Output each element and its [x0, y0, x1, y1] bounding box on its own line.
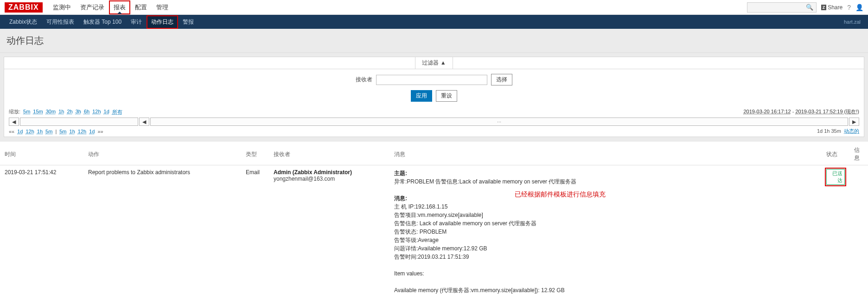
timeline-main[interactable]: ···	[150, 118, 848, 126]
topmenu-configuration[interactable]: 配置	[130, 0, 152, 14]
zoom-1h[interactable]: 1h	[58, 109, 64, 116]
apply-button[interactable]: 应用	[411, 90, 432, 102]
message-body: 主题: 异常:PROBLEM 告警信息:Lack of available me…	[394, 169, 817, 294]
zoom-2h[interactable]: 2h	[67, 109, 72, 116]
timeline-next[interactable]: ▶	[849, 118, 859, 126]
topmenu-inventory[interactable]: 资产记录	[76, 0, 109, 14]
timeline-overview[interactable]	[20, 118, 138, 126]
shift-dynamic[interactable]: 动态的	[844, 128, 859, 134]
table-row: 2019-03-21 17:51:42 Report problems to Z…	[0, 165, 868, 294]
subnav-audit[interactable]: 审计	[126, 15, 147, 29]
action-log-table: 时间 动作 类型 接收者 消息 状态 信息 2019-03-21 17:51:4…	[0, 144, 868, 294]
share-z-icon: Z	[821, 5, 827, 10]
topmenu-reports[interactable]: 报表	[109, 0, 130, 14]
subnav-triggers-top[interactable]: 触发器 Top 100	[79, 15, 126, 29]
recipient-input[interactable]	[376, 75, 487, 85]
page-title: 动作日志	[0, 29, 868, 53]
zoom-6h[interactable]: 6h	[84, 109, 89, 116]
th-type[interactable]: 类型	[241, 144, 269, 165]
th-time[interactable]: 时间	[0, 144, 83, 165]
topmenu-monitoring[interactable]: 监测中	[48, 0, 76, 14]
shift-right-dbl[interactable]: »»	[97, 129, 103, 134]
user-icon[interactable]: 👤	[855, 4, 863, 11]
shift-l-1h[interactable]: 1h	[37, 129, 43, 134]
zoom-row: 缩放: 5m 15m 30m 1h 2h 3h 6h 12h 1d 所有 201…	[4, 105, 864, 118]
search-input[interactable]: 🔍	[747, 2, 817, 13]
cell-status: 已送达	[822, 165, 849, 294]
zoom-links: 5m 15m 30m 1h 2h 3h 6h 12h 1d 所有	[23, 109, 122, 116]
timeline-prev[interactable]: ◀	[9, 118, 19, 126]
table-header-row: 时间 动作 类型 接收者 消息 状态 信息	[0, 144, 868, 165]
th-recipient[interactable]: 接收者	[269, 144, 389, 165]
timeline-prev2[interactable]: ◀	[139, 118, 149, 126]
th-info[interactable]: 信息	[849, 144, 868, 165]
shift-sep: |	[55, 129, 57, 134]
subnav-availability[interactable]: 可用性报表	[42, 15, 79, 29]
shift-summary: 1d 1h 35m 动态的	[817, 128, 859, 135]
recipient-name: Admin (Zabbix Administrator)	[274, 169, 385, 176]
recipient-mail: yongzhenmail@163.com	[274, 176, 385, 182]
shift-r-1d[interactable]: 1d	[89, 129, 95, 134]
recipient-label: 接收者	[356, 76, 372, 84]
shift-row: «« 1d 12h 1h 5m | 5m 1h 12h 1d »» 1d 1h …	[4, 126, 864, 137]
cell-message: 主题: 异常:PROBLEM 告警信息:Lack of available me…	[389, 165, 822, 294]
reset-button[interactable]: 重设	[436, 90, 457, 102]
select-button[interactable]: 选择	[491, 74, 512, 85]
time-from[interactable]: 2019-03-20 16:17:12	[743, 109, 791, 114]
shift-l-12h[interactable]: 12h	[26, 129, 34, 134]
filter-box: 过滤器 ▲ 接收者 选择 应用 重设 缩放: 5m 15m 30m 1h 2h …	[4, 57, 864, 137]
shift-r-1h[interactable]: 1h	[70, 129, 75, 134]
shift-r-5m[interactable]: 5m	[59, 129, 66, 134]
top-right: 🔍 ZShare ? 👤	[747, 2, 863, 13]
zoom-12h[interactable]: 12h	[92, 109, 101, 116]
top-nav: ZABBIX 监测中 资产记录 报表 配置 管理 🔍 ZShare ? 👤	[0, 0, 868, 15]
subnav-status[interactable]: Zabbix状态	[5, 15, 42, 29]
th-action[interactable]: 动作	[83, 144, 241, 165]
shift-r-12h[interactable]: 12h	[78, 129, 86, 134]
logo[interactable]: ZABBIX	[5, 2, 43, 13]
shift-l-1d[interactable]: 1d	[17, 129, 23, 134]
zoom-30m[interactable]: 30m	[46, 109, 56, 116]
subnav-user-label: hart.zal	[844, 19, 863, 25]
cell-type: Email	[241, 165, 269, 294]
shift-left-dbl[interactable]: ««	[9, 129, 14, 134]
help-icon[interactable]: ?	[847, 4, 851, 11]
zoom-5m[interactable]: 5m	[23, 109, 30, 116]
topmenu-administration[interactable]: 管理	[152, 0, 173, 14]
zoom-15m[interactable]: 15m	[33, 109, 43, 116]
subnav-action-log[interactable]: 动作日志	[147, 15, 178, 29]
cell-action: Report problems to Zabbix administrators	[83, 165, 241, 294]
cell-recipient: Admin (Zabbix Administrator) yongzhenmai…	[269, 165, 389, 294]
top-menu: 监测中 资产记录 报表 配置 管理	[48, 0, 173, 14]
filter-toggle[interactable]: 过滤器 ▲	[415, 57, 453, 69]
time-to[interactable]: 2019-03-21 17:52:19 (现在!)	[795, 109, 859, 114]
time-range: 2019-03-20 16:17:12 - 2019-03-21 17:52:1…	[743, 108, 859, 115]
timeline: ◀ ◀ ··· ▶	[4, 118, 864, 126]
cell-time: 2019-03-21 17:51:42	[0, 165, 83, 294]
shift-l-5m[interactable]: 5m	[45, 129, 52, 134]
search-icon: 🔍	[806, 4, 813, 11]
cell-info	[849, 165, 868, 294]
zoom-all[interactable]: 所有	[112, 109, 122, 116]
status-badge: 已送达	[826, 169, 845, 185]
filter-tab-row: 过滤器 ▲	[4, 57, 864, 69]
zoom-3h[interactable]: 3h	[76, 109, 81, 116]
th-message[interactable]: 消息	[389, 144, 822, 165]
zoom-label: 缩放:	[9, 108, 20, 115]
th-status[interactable]: 状态	[822, 144, 849, 165]
sub-nav: Zabbix状态 可用性报表 触发器 Top 100 审计 动作日志 警报 ha…	[0, 15, 868, 29]
zoom-1d[interactable]: 1d	[104, 109, 109, 116]
annotation-text: 已经根据邮件模板进行信息填充	[515, 190, 606, 199]
shift-left: «« 1d 12h 1h 5m | 5m 1h 12h 1d »»	[9, 128, 103, 135]
share-link[interactable]: ZShare	[821, 4, 843, 11]
subnav-alerts[interactable]: 警报	[178, 15, 198, 29]
filter-fields: 接收者 选择 应用 重设	[4, 69, 864, 105]
filter-area: 过滤器 ▲ 接收者 选择 应用 重设 缩放: 5m 15m 30m 1h 2h …	[0, 53, 868, 142]
